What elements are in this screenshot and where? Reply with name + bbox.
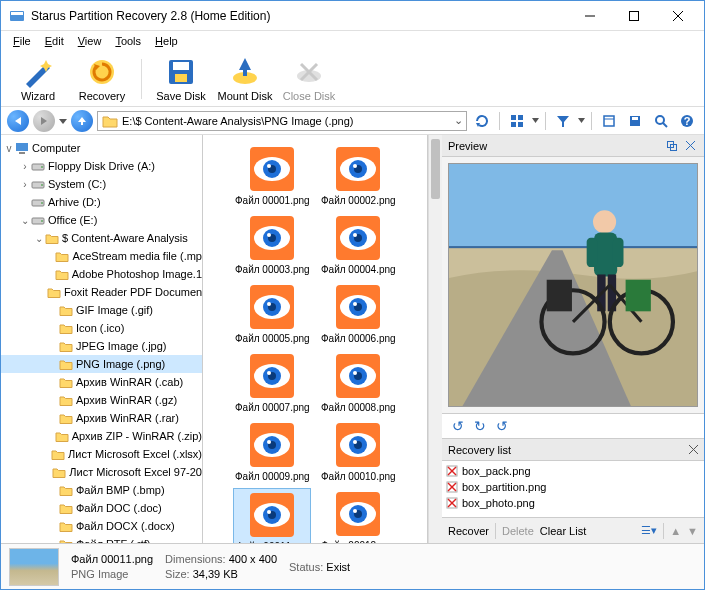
mount-disk-button[interactable]: Mount Disk <box>216 56 274 102</box>
close-button[interactable] <box>656 2 700 30</box>
tree-item[interactable]: Лист Microsoft Excel (.xlsx) <box>1 445 202 463</box>
tree-item[interactable]: GIF Image (.gif) <box>1 301 202 319</box>
tree-item-label: Файл DOCX (.docx) <box>76 520 175 532</box>
view-mode-button[interactable] <box>506 110 528 132</box>
file-thumb[interactable]: Файл 00003.png <box>233 212 311 277</box>
file-thumb[interactable]: Файл 00012.png <box>319 488 397 543</box>
preview-popout-icon[interactable] <box>664 138 680 154</box>
right-panel: Preview <box>442 135 704 543</box>
recovery-list-close-icon[interactable] <box>689 445 698 454</box>
nav-forward-button[interactable] <box>33 110 55 132</box>
rotate-right-icon[interactable]: ↻ <box>474 418 486 434</box>
tree-item[interactable]: Icon (.ico) <box>1 319 202 337</box>
folder-tree[interactable]: v Computer ›Floppy Disk Drive (A:)›Syste… <box>1 135 203 543</box>
file-grid-scrollbar[interactable] <box>428 135 442 543</box>
list-options-icon[interactable]: ☰▾ <box>641 524 657 537</box>
svg-rect-132 <box>626 280 651 312</box>
recovery-list-item[interactable]: box_partition.png <box>446 479 700 495</box>
delete-button[interactable]: Delete <box>502 525 534 537</box>
rotate-reset-icon[interactable]: ↺ <box>496 418 508 434</box>
recovery-list-item[interactable]: box_pack.png <box>446 463 700 479</box>
menu-file[interactable]: File <box>7 33 37 49</box>
filter-dropdown[interactable] <box>578 117 585 124</box>
svg-point-88 <box>267 371 271 375</box>
refresh-button[interactable] <box>471 110 493 132</box>
wizard-button[interactable]: Wizard <box>9 56 67 102</box>
save-disk-button[interactable]: Save Disk <box>152 56 210 102</box>
tree-item[interactable]: Файл BMP (.bmp) <box>1 481 202 499</box>
recovery-list[interactable]: box_pack.pngbox_partition.pngbox_photo.p… <box>442 461 704 517</box>
tree-item[interactable]: Файл RTF (.rtf) <box>1 535 202 543</box>
tree-twist-icon[interactable]: ⌄ <box>19 215 31 226</box>
file-thumb[interactable]: Файл 00006.png <box>319 281 397 346</box>
tree-item-label: Floppy Disk Drive (A:) <box>48 160 155 172</box>
tree-item[interactable]: Лист Microsoft Excel 97-20 <box>1 463 202 481</box>
tree-item[interactable]: ›Floppy Disk Drive (A:) <box>1 157 202 175</box>
clear-list-button[interactable]: Clear List <box>540 525 586 537</box>
menu-view[interactable]: View <box>72 33 108 49</box>
tree-item[interactable]: Foxit Reader PDF Documen <box>1 283 202 301</box>
view-dropdown[interactable] <box>532 117 539 124</box>
address-input[interactable]: E:\$ Content-Aware Analysis\PNG Image (.… <box>97 111 467 131</box>
maximize-button[interactable] <box>612 2 656 30</box>
tree-twist-icon[interactable]: › <box>19 179 31 190</box>
recovery-list-header: Recovery list <box>442 439 704 461</box>
list-up-icon[interactable]: ▲ <box>670 525 681 537</box>
tree-item[interactable]: PNG Image (.png) <box>1 355 202 373</box>
nav-up-button[interactable] <box>71 110 93 132</box>
menu-help[interactable]: Help <box>149 33 184 49</box>
tree-item[interactable]: ⌄$ Content-Aware Analysis <box>1 229 202 247</box>
main-area: v Computer ›Floppy Disk Drive (A:)›Syste… <box>1 135 704 543</box>
list-down-icon[interactable]: ▼ <box>687 525 698 537</box>
toolbar: Wizard Recovery Save Disk Mount Disk Clo… <box>1 51 704 107</box>
search-button[interactable] <box>650 110 672 132</box>
tree-item[interactable]: Архив WinRAR (.rar) <box>1 409 202 427</box>
nav-back-button[interactable] <box>7 110 29 132</box>
tree-item[interactable]: ›System (C:) <box>1 175 202 193</box>
tree-item[interactable]: JPEG Image (.jpg) <box>1 337 202 355</box>
tree-root[interactable]: v Computer <box>1 139 202 157</box>
file-thumb[interactable]: Файл 00002.png <box>319 143 397 208</box>
recover-button[interactable]: Recover <box>448 525 489 537</box>
file-thumb[interactable]: Файл 00011.png <box>233 488 311 543</box>
tree-item[interactable]: Файл DOC (.doc) <box>1 499 202 517</box>
menubar: File Edit View Tools Help <box>1 31 704 51</box>
file-thumb[interactable]: Файл 00010.png <box>319 419 397 484</box>
tree-item[interactable]: Файл DOCX (.docx) <box>1 517 202 535</box>
tree-item[interactable]: Adobe Photoshop Image.1 <box>1 265 202 283</box>
tree-item[interactable]: Архив ZIP - WinRAR (.zip) <box>1 427 202 445</box>
file-x-icon <box>446 481 458 493</box>
file-grid[interactable]: Файл 00001.pngФайл 00002.pngФайл 00003.p… <box>203 135 428 543</box>
tree-item[interactable]: AceStream media file (.mp <box>1 247 202 265</box>
file-thumb[interactable]: Файл 00007.png <box>233 350 311 415</box>
tree-item[interactable]: Архив WinRAR (.cab) <box>1 373 202 391</box>
svg-rect-12 <box>175 74 187 82</box>
file-x-icon <box>446 465 458 477</box>
file-thumb[interactable]: Файл 00008.png <box>319 350 397 415</box>
file-thumb[interactable]: Файл 00001.png <box>233 143 311 208</box>
tree-item[interactable]: ⌄Office (E:) <box>1 211 202 229</box>
file-thumb[interactable]: Файл 00009.png <box>233 419 311 484</box>
nav-history-dropdown[interactable] <box>59 117 67 125</box>
preview-close-icon[interactable] <box>682 138 698 154</box>
address-dropdown[interactable]: ⌄ <box>450 114 466 127</box>
tree-item[interactable]: Архив WinRAR (.gz) <box>1 391 202 409</box>
recovery-list-item[interactable]: box_photo.png <box>446 495 700 511</box>
filter-button[interactable] <box>552 110 574 132</box>
options-button[interactable] <box>598 110 620 132</box>
menu-tools[interactable]: Tools <box>109 33 147 49</box>
svg-rect-38 <box>16 143 28 151</box>
tree-item[interactable]: Arhive (D:) <box>1 193 202 211</box>
tree-twist-icon[interactable]: › <box>19 161 31 172</box>
rotate-left-icon[interactable]: ↺ <box>452 418 464 434</box>
help-button[interactable]: ? <box>676 110 698 132</box>
tree-item-label: Архив ZIP - WinRAR (.zip) <box>72 430 202 442</box>
file-thumb[interactable]: Файл 00004.png <box>319 212 397 277</box>
save-button[interactable] <box>624 110 646 132</box>
minimize-button[interactable] <box>568 2 612 30</box>
tree-twist-icon[interactable]: ⌄ <box>33 233 45 244</box>
recovery-button[interactable]: Recovery <box>73 56 131 102</box>
tree-item-label: GIF Image (.gif) <box>76 304 153 316</box>
file-thumb[interactable]: Файл 00005.png <box>233 281 311 346</box>
menu-edit[interactable]: Edit <box>39 33 70 49</box>
